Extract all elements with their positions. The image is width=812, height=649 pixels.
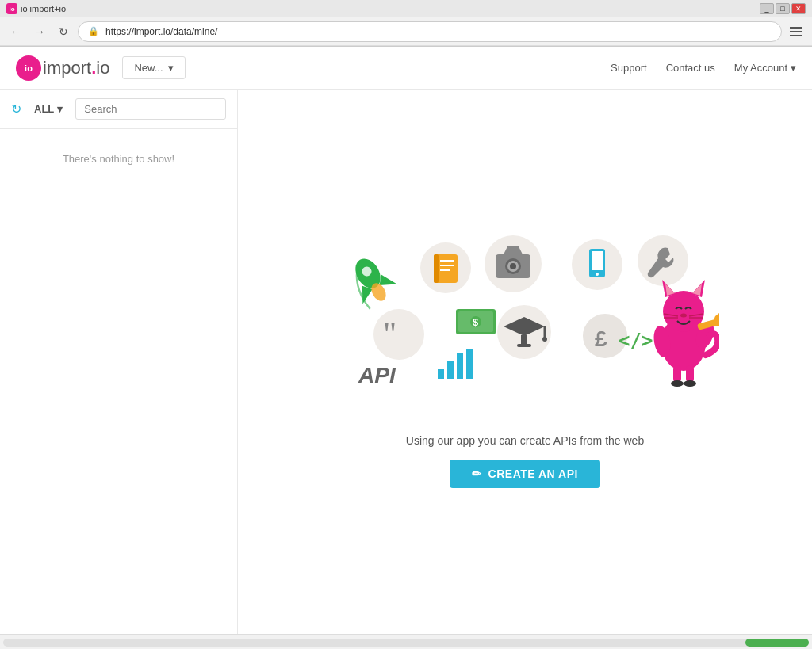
app-header: io import.io New... ▾ Support Contact us… (0, 47, 812, 90)
mascot (648, 256, 719, 401)
pencil-icon: ✏ (472, 468, 482, 480)
svg-rect-7 (434, 254, 439, 283)
hamburger-icon (790, 31, 802, 32)
lock-icon: 🔒 (86, 25, 101, 39)
hamburger-icon (790, 27, 802, 29)
support-link[interactable]: Support (611, 62, 647, 74)
phone-bubble (569, 236, 626, 296)
svg-point-48 (680, 313, 687, 317)
new-button-label: New... (134, 62, 163, 74)
close-button[interactable]: ✕ (791, 3, 806, 14)
svg-point-60 (684, 380, 696, 387)
browser-titlebar: io io import+io _ □ ✕ (0, 0, 812, 17)
svg-rect-39 (447, 361, 454, 379)
svg-point-35 (542, 337, 547, 342)
svg-point-22 (373, 309, 424, 360)
svg-point-20 (596, 273, 599, 276)
browser-chrome: io io import+io _ □ ✕ ← → ↻ 🔒 https://im… (0, 0, 812, 47)
cta-text: Using our app you can create APIs from t… (406, 434, 644, 447)
browser-bottom (0, 634, 812, 649)
svg-text:£: £ (595, 326, 607, 351)
tab-title: io import+io (21, 4, 66, 13)
api-text: API (358, 359, 422, 390)
reload-button[interactable]: ↻ (54, 22, 73, 41)
logo-import: import (43, 58, 91, 78)
back-button[interactable]: ← (6, 22, 25, 41)
menu-button[interactable] (787, 22, 806, 41)
book-bubble (418, 240, 473, 298)
dollar-icon: $ (456, 309, 496, 337)
svg-point-59 (671, 380, 684, 387)
sidebar: ↻ ALL ▾ There's nothing to show! (0, 90, 238, 634)
forward-button[interactable]: → (30, 22, 49, 41)
account-label: My Account (734, 62, 787, 74)
address-bar[interactable]: 🔒 https://import.io/data/mine/ (78, 21, 782, 42)
svg-rect-57 (673, 365, 681, 383)
svg-rect-33 (517, 344, 531, 347)
header-nav: Support Contact us My Account ▾ (611, 62, 796, 74)
titlebar-controls[interactable]: _ □ ✕ (760, 3, 806, 14)
account-dropdown[interactable]: My Account ▾ (734, 62, 796, 74)
refresh-button[interactable]: ↻ (11, 101, 21, 116)
new-button[interactable]: New... ▾ (122, 56, 185, 79)
header-left: io import.io New... ▾ (16, 55, 186, 81)
logo-io: io (96, 58, 109, 78)
illustration: " $ £ (327, 236, 723, 410)
create-api-label: CREATE AN API (488, 468, 578, 480)
content-area: " $ £ (238, 90, 812, 634)
url-text: https://import.io/data/mine/ (105, 26, 217, 37)
quote-bubble: " (370, 306, 427, 365)
svg-rect-40 (457, 353, 463, 379)
filter-label: ALL (34, 103, 54, 115)
svg-marker-56 (711, 310, 719, 326)
svg-text:$: $ (473, 316, 479, 328)
svg-text:API: API (358, 363, 396, 387)
hamburger-icon (790, 35, 802, 36)
scrollbar-thumb (745, 639, 809, 647)
grad-cap-bubble (493, 301, 555, 365)
empty-message: There's nothing to show! (0, 129, 237, 189)
sidebar-toolbar: ↻ ALL ▾ (0, 90, 237, 129)
svg-point-16 (510, 263, 516, 269)
contact-us-link[interactable]: Contact us (666, 62, 715, 74)
svg-rect-41 (466, 349, 473, 379)
browser-navbar: ← → ↻ 🔒 https://import.io/data/mine/ (0, 17, 812, 46)
maximize-button[interactable]: □ (776, 3, 790, 14)
camera-bubble (481, 232, 545, 298)
create-api-button[interactable]: ✏ CREATE AN API (450, 460, 600, 488)
favicon: io (6, 3, 17, 14)
filter-dropdown[interactable]: ALL ▾ (29, 100, 67, 118)
logo-icon: io (16, 55, 41, 81)
svg-rect-38 (438, 369, 444, 379)
scrollbar-track[interactable] (3, 639, 809, 647)
logo: io import.io (16, 55, 109, 81)
bar-chart-icon (436, 345, 476, 384)
svg-text:": " (383, 316, 396, 353)
search-input[interactable] (75, 98, 226, 120)
main-layout: ↻ ALL ▾ There's nothing to show! (0, 90, 812, 634)
titlebar-left: io io import+io (6, 3, 66, 14)
chevron-down-icon: ▾ (57, 103, 63, 115)
chevron-down-icon: ▾ (791, 62, 796, 74)
svg-rect-58 (686, 365, 694, 383)
minimize-button[interactable]: _ (760, 3, 774, 14)
chevron-down-icon: ▾ (168, 62, 174, 74)
svg-rect-19 (592, 251, 603, 270)
